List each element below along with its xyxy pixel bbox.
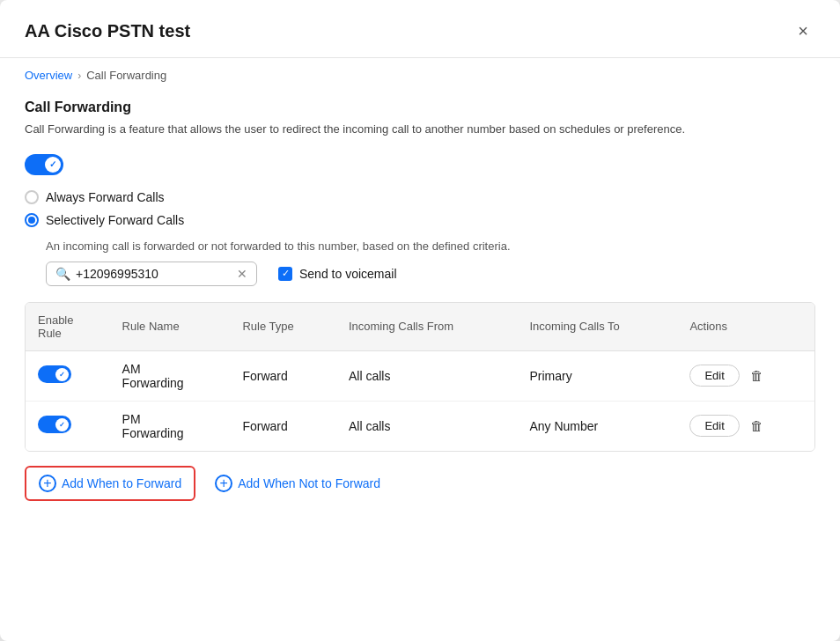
th-calls-to: Incoming Calls To: [517, 303, 677, 351]
radio-label-selective: Selectively Forward Calls: [46, 213, 184, 227]
th-rule-type: Rule Type: [230, 303, 335, 351]
search-icon: 🔍: [55, 267, 70, 281]
row1-actions-cell: Edit 🗑: [689, 365, 802, 387]
add-when-to-forward-button[interactable]: + Add When to Forward: [25, 466, 195, 501]
row1-enable: [26, 350, 110, 401]
breadcrumb-separator: ›: [77, 70, 81, 82]
dialog-title: AA Cisco PSTN test: [25, 21, 190, 41]
table-row: PMForwarding Forward All calls Any Numbe…: [26, 401, 814, 451]
th-enable: EnableRule: [26, 303, 110, 351]
row2-toggle[interactable]: [38, 416, 71, 433]
voicemail-label: Send to voicemail: [299, 267, 397, 281]
phone-input[interactable]: [76, 267, 232, 281]
add-when-not-to-forward-button[interactable]: + Add When Not to Forward: [213, 468, 382, 499]
input-row: 🔍 ✕ Send to voicemail: [46, 262, 815, 286]
th-actions: Actions: [677, 303, 814, 351]
main-toggle-wrap: [25, 154, 815, 178]
add-buttons-row: + Add When to Forward + Add When Not to …: [25, 466, 815, 501]
radio-group: Always Forward Calls Selectively Forward…: [25, 190, 815, 227]
row1-calls-from: All calls: [336, 350, 518, 401]
add-forward-label: Add When to Forward: [62, 476, 181, 490]
forwarding-table: EnableRule Rule Name Rule Type Incoming …: [25, 302, 815, 452]
row2-edit-button[interactable]: Edit: [689, 415, 739, 437]
breadcrumb: Overview › Call Forwarding: [0, 58, 840, 89]
row1-rule-type: Forward: [230, 350, 335, 401]
voicemail-checkbox[interactable]: [278, 267, 292, 281]
row2-delete-icon[interactable]: 🗑: [750, 418, 763, 433]
row2-actions: Edit 🗑: [677, 401, 814, 451]
breadcrumb-current: Call Forwarding: [86, 69, 166, 82]
dialog-header: AA Cisco PSTN test ×: [0, 0, 840, 58]
row2-rule-name: PMForwarding: [110, 401, 231, 451]
section-title: Call Forwarding: [25, 99, 815, 115]
radio-selective[interactable]: Selectively Forward Calls: [25, 213, 815, 227]
row2-rule-type: Forward: [230, 401, 335, 451]
radio-circle-selective: [25, 213, 39, 227]
section-description: Call Forwarding is a feature that allows…: [25, 121, 815, 138]
add-not-forward-icon: +: [215, 475, 232, 492]
row2-toggle-thumb: [55, 418, 69, 431]
selective-description: An incoming call is forwarded or not for…: [46, 239, 815, 253]
table-header-row: EnableRule Rule Name Rule Type Incoming …: [26, 303, 814, 351]
table-row: AMForwarding Forward All calls Primary E…: [26, 350, 814, 401]
row2-calls-from: All calls: [336, 401, 518, 451]
breadcrumb-overview[interactable]: Overview: [25, 69, 72, 82]
toggle-thumb: [45, 157, 61, 173]
close-button[interactable]: ×: [791, 18, 815, 45]
row2-calls-to: Any Number: [517, 401, 677, 451]
row1-toggle-thumb: [55, 368, 69, 381]
clear-icon[interactable]: ✕: [237, 267, 247, 281]
row1-actions: Edit 🗑: [677, 350, 814, 401]
add-forward-icon: +: [39, 475, 56, 492]
radio-circle-always: [25, 190, 39, 204]
phone-input-wrap[interactable]: 🔍 ✕: [46, 262, 257, 286]
dialog: AA Cisco PSTN test × Overview › Call For…: [0, 0, 840, 641]
row2-enable: [26, 401, 110, 451]
row1-calls-to: Primary: [517, 350, 677, 401]
row1-edit-button[interactable]: Edit: [689, 365, 739, 387]
row1-rule-name: AMForwarding: [110, 350, 231, 401]
radio-always[interactable]: Always Forward Calls: [25, 190, 815, 204]
row1-toggle[interactable]: [38, 365, 71, 383]
th-calls-from: Incoming Calls From: [336, 303, 518, 351]
add-not-forward-label: Add When Not to Forward: [238, 476, 380, 490]
radio-label-always: Always Forward Calls: [46, 190, 165, 204]
th-rule-name: Rule Name: [110, 303, 231, 351]
main-toggle[interactable]: [25, 154, 63, 175]
voicemail-row: Send to voicemail: [278, 267, 397, 281]
row2-actions-cell: Edit 🗑: [689, 415, 802, 437]
row1-delete-icon[interactable]: 🗑: [750, 368, 763, 383]
content-area: Call Forwarding Call Forwarding is a fea…: [0, 89, 840, 526]
